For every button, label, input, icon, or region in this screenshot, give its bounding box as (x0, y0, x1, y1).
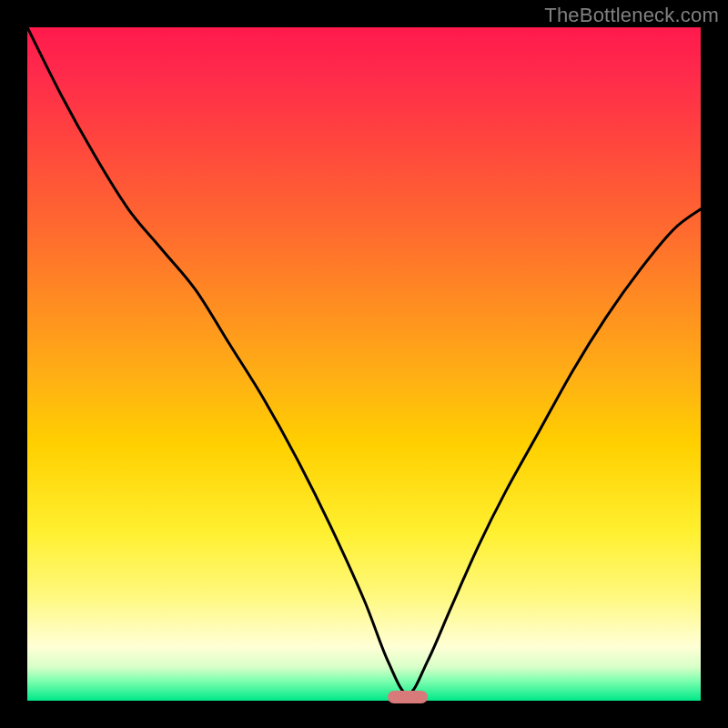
curve-path (27, 27, 701, 694)
chart-frame: TheBottleneck.com (0, 0, 728, 728)
plot-area (27, 27, 701, 701)
watermark-text: TheBottleneck.com (544, 4, 719, 27)
bottleneck-curve (27, 27, 701, 701)
minimum-marker (388, 691, 428, 703)
